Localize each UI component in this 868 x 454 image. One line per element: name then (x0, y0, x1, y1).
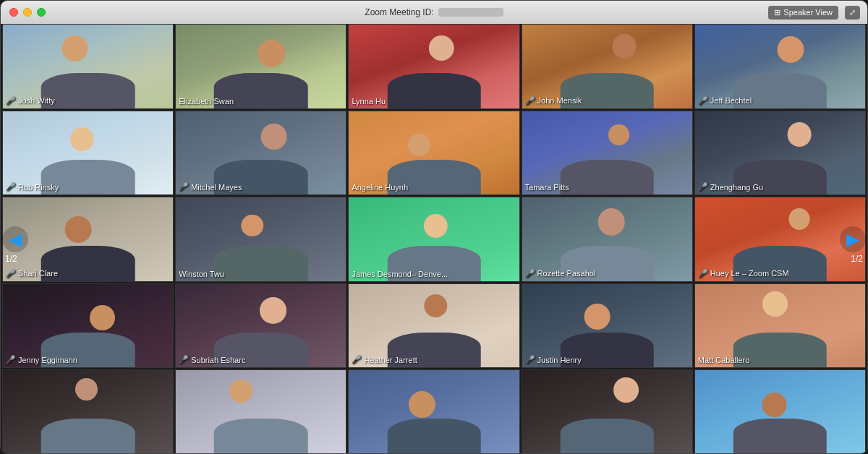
participant-tile[interactable]: 🎤Zhenghang Gu (694, 111, 866, 196)
participant-tile[interactable] (522, 369, 693, 454)
participant-name-text: Rob Rinsky (18, 183, 59, 192)
video-grid: 🎤Josh WittyElizabeth SwanLynna Hu🎤John M… (1, 24, 867, 454)
participant-tile[interactable] (175, 369, 346, 454)
participant-name-text: Winston Twu (179, 270, 224, 278)
participant-name-label: 🎤Jeff Bechtel (698, 96, 752, 106)
zoom-window: Zoom Meeting ID: ⊞ Speaker View ⤢ ◀ 1/2 … (0, 0, 868, 454)
muted-mic-icon: 🎤 (698, 96, 708, 106)
participant-name-label: 🎤Huey Le – Zoom CSM (698, 269, 789, 278)
participant-name-text: Angeline Huynh (352, 183, 408, 192)
participant-name-label: 🎤Rozette Pasahol (525, 269, 596, 278)
muted-mic-icon: 🎤 (179, 355, 189, 364)
participant-name-label: Winston Twu (179, 270, 224, 278)
participant-name-label: Angeline Huynh (352, 183, 408, 192)
muted-mic-icon: 🎤 (698, 182, 708, 192)
participant-tile[interactable]: 🎤Jenny Eggimann (2, 283, 174, 369)
participant-tile[interactable] (348, 369, 519, 454)
grid-icon: ⊞ (774, 8, 780, 17)
next-page-button[interactable]: ▶ (840, 226, 866, 252)
titlebar: Zoom Meeting ID: ⊞ Speaker View ⤢ (1, 1, 867, 24)
participant-tile[interactable]: Tamara Pitts (522, 111, 693, 196)
participant-name-text: Subriah Esharc (191, 356, 245, 364)
right-page-indicator: 1/2 (851, 254, 863, 264)
meeting-id-label: Zoom Meeting ID: (365, 7, 433, 17)
main-content: ◀ 1/2 🎤Josh WittyElizabeth SwanLynna Hu🎤… (1, 24, 867, 454)
participant-name-text: Justin Henry (537, 356, 582, 364)
participant-name-text: Matt Caballero (698, 356, 750, 364)
participant-tile[interactable]: Elizabeth Swan (175, 24, 346, 109)
participant-tile[interactable]: Angeline Huynh (348, 111, 519, 196)
participant-tile[interactable]: Matt Caballero (694, 283, 866, 369)
participant-name-text: Mitchel Mayes (191, 183, 242, 192)
participant-name-text: Shari Clare (18, 269, 58, 278)
muted-mic-icon: 🎤 (6, 182, 16, 192)
minimize-button[interactable] (23, 8, 32, 17)
traffic-lights (9, 8, 46, 17)
participant-tile[interactable]: 🎤Mitchel Mayes (175, 111, 346, 196)
muted-mic-icon: 🎤 (6, 355, 16, 364)
participant-name-label: 🎤Justin Henry (525, 355, 582, 364)
muted-mic-icon: 🎤 (352, 355, 362, 364)
close-button[interactable] (9, 8, 18, 17)
participant-tile[interactable]: 🎤Rob Rinsky (2, 111, 174, 196)
participant-name-label: Tamara Pitts (525, 183, 569, 192)
participant-tile[interactable]: 🎤Rozette Pasahol (522, 197, 693, 282)
muted-mic-icon: 🎤 (6, 269, 16, 278)
participant-name-label: 🎤Zhenghang Gu (698, 182, 763, 192)
right-arrow-icon: ▶ (846, 229, 859, 249)
participant-name-label: 🎤Mitchel Mayes (179, 182, 242, 192)
left-arrow-icon: ◀ (9, 229, 22, 249)
participant-tile[interactable]: 🎤Subriah Esharc (175, 283, 346, 369)
participant-name-text: Huey Le – Zoom CSM (710, 269, 789, 278)
participant-tile[interactable]: Winston Twu (175, 197, 346, 282)
window-title: Zoom Meeting ID: (365, 7, 503, 17)
participant-name-label: 🎤Rob Rinsky (6, 182, 59, 192)
muted-mic-icon: 🎤 (6, 96, 16, 106)
participant-tile[interactable] (694, 369, 866, 454)
participant-name-text: James Desmond– Denve... (352, 270, 448, 278)
participant-tile[interactable]: 🎤Josh Witty (2, 24, 174, 109)
muted-mic-icon: 🎤 (525, 355, 535, 364)
speaker-view-button[interactable]: ⊞ Speaker View (768, 6, 838, 20)
participant-name-text: Jeff Bechtel (710, 96, 752, 105)
participant-name-text: John Mensik (537, 96, 582, 105)
muted-mic-icon: 🎤 (698, 269, 708, 278)
left-page-indicator: 1/2 (5, 254, 17, 264)
maximize-button[interactable] (37, 8, 46, 17)
participant-tile[interactable]: 🎤Jeff Bechtel (694, 24, 866, 109)
participant-name-label: James Desmond– Denve... (352, 270, 448, 278)
fullscreen-button[interactable]: ⤢ (845, 6, 860, 20)
participant-name-label: 🎤Shari Clare (6, 269, 58, 278)
participant-name-label: 🎤John Mensik (525, 96, 582, 106)
participant-name-text: Jenny Eggimann (18, 356, 77, 364)
participant-name-text: Rozette Pasahol (537, 269, 596, 278)
participant-name-label: 🎤Subriah Esharc (179, 355, 245, 364)
muted-mic-icon: 🎤 (525, 269, 535, 278)
participant-tile[interactable]: 🎤Heather Jarrett (348, 283, 519, 369)
participant-name-text: Elizabeth Swan (179, 97, 234, 106)
speaker-view-label: Speaker View (783, 8, 833, 17)
participant-tile[interactable]: Lynna Hu (348, 24, 519, 109)
participant-tile[interactable] (2, 369, 174, 454)
participant-name-text: Lynna Hu (352, 97, 386, 106)
prev-page-button[interactable]: ◀ (2, 226, 28, 252)
muted-mic-icon: 🎤 (525, 96, 535, 106)
participant-name-text: Josh Witty (18, 96, 55, 105)
participant-name-label: Lynna Hu (352, 97, 386, 106)
participant-name-label: 🎤Jenny Eggimann (6, 355, 77, 364)
participant-tile[interactable]: 🎤John Mensik (522, 24, 693, 109)
participant-name-text: Heather Jarrett (364, 356, 417, 364)
participant-name-label: 🎤Josh Witty (6, 96, 55, 106)
meeting-id-value (438, 8, 503, 17)
participant-name-text: Zhenghang Gu (710, 183, 763, 192)
participant-name-text: Tamara Pitts (525, 183, 569, 192)
participant-name-label: Elizabeth Swan (179, 97, 234, 106)
muted-mic-icon: 🎤 (179, 182, 189, 192)
participant-tile[interactable]: 🎤Justin Henry (522, 283, 693, 369)
participant-name-label: 🎤Heather Jarrett (352, 355, 417, 364)
participant-tile[interactable]: James Desmond– Denve... (348, 197, 519, 282)
participant-name-label: Matt Caballero (698, 356, 750, 364)
